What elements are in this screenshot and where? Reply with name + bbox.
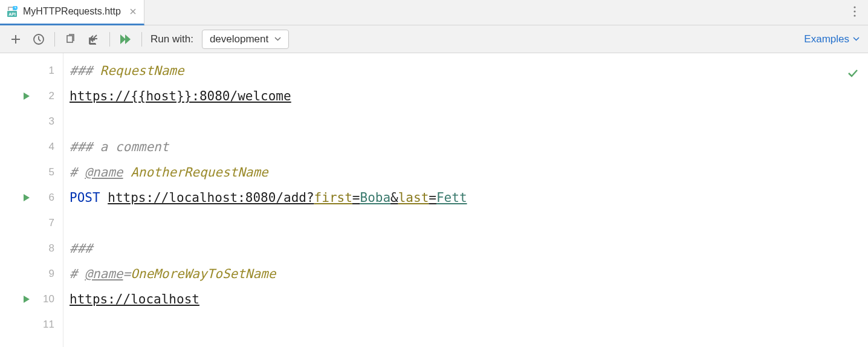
run-line-icon[interactable] xyxy=(23,92,31,100)
examples-label: Examples xyxy=(804,33,849,45)
http-file-icon: API xyxy=(7,6,18,17)
line-number: 9 xyxy=(40,268,54,280)
svg-text:API: API xyxy=(8,12,16,16)
chevron-down-icon xyxy=(853,37,860,41)
code-line xyxy=(70,109,862,134)
line-number: 4 xyxy=(40,141,54,153)
tab-bar: API MyHTTPRequests.http xyxy=(0,0,868,25)
run-with-label: Run with: xyxy=(151,33,193,45)
environment-selector[interactable]: development xyxy=(202,30,289,49)
svg-point-5 xyxy=(853,15,855,16)
code-area[interactable]: ### RequestName https://{{host}}:8080/we… xyxy=(63,53,868,347)
more-menu-icon[interactable] xyxy=(850,2,860,22)
environment-value: development xyxy=(210,33,268,45)
code-line: ### xyxy=(70,236,862,261)
tab-filename: MyHTTPRequests.http xyxy=(23,6,121,17)
no-problems-icon[interactable] xyxy=(847,60,858,86)
code-line: # @name=OneMoreWayToSetName xyxy=(70,261,862,287)
line-number: 10 xyxy=(40,293,54,305)
gutter: 1 2 3 4 5 6 7 8 9 10 11 xyxy=(0,53,63,347)
run-all-button[interactable] xyxy=(118,32,133,47)
code-line: POST https://localhost:8080/add?first=Bo… xyxy=(70,185,862,210)
copy-button[interactable] xyxy=(63,32,78,47)
toolbar-separator xyxy=(141,32,142,47)
examples-dropdown[interactable]: Examples xyxy=(804,33,860,45)
toolbar-separator xyxy=(54,32,55,47)
add-request-button[interactable] xyxy=(8,32,23,47)
file-tab[interactable]: API MyHTTPRequests.http xyxy=(0,0,144,25)
line-number: 11 xyxy=(40,319,54,331)
editor-toolbar: Run with: development Examples xyxy=(0,25,868,53)
line-number: 5 xyxy=(40,166,54,178)
line-number: 2 xyxy=(40,90,54,102)
import-button[interactable] xyxy=(86,32,101,47)
code-editor[interactable]: 1 2 3 4 5 6 7 8 9 10 11 ### RequestName … xyxy=(0,53,868,347)
code-line: https://localhost xyxy=(70,287,862,312)
svg-point-3 xyxy=(853,6,855,8)
code-line: ### a comment xyxy=(70,134,862,160)
code-line: ### RequestName xyxy=(70,58,862,83)
line-number: 3 xyxy=(40,115,54,128)
line-number: 7 xyxy=(40,217,54,229)
close-icon[interactable] xyxy=(129,8,137,15)
history-button[interactable] xyxy=(31,32,46,47)
run-line-icon[interactable] xyxy=(23,193,31,202)
svg-point-4 xyxy=(853,10,855,12)
code-line xyxy=(70,312,862,337)
line-number: 6 xyxy=(40,192,54,204)
line-number: 8 xyxy=(40,242,54,255)
run-line-icon[interactable] xyxy=(23,295,31,303)
code-line: https://{{host}}:8080/welcome xyxy=(70,83,862,109)
line-number: 1 xyxy=(40,65,54,77)
toolbar-separator xyxy=(109,32,110,47)
svg-rect-7 xyxy=(67,36,73,42)
chevron-down-icon xyxy=(274,37,281,41)
code-line: # @name AnotherRequestName xyxy=(70,160,862,185)
code-line xyxy=(70,210,862,236)
